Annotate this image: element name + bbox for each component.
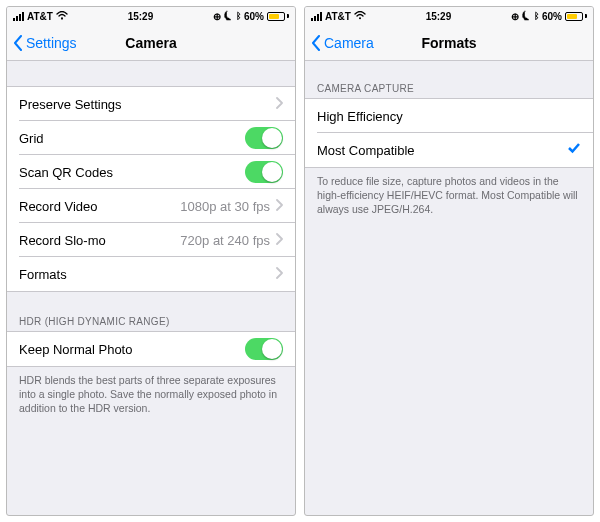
- row-value: 1080p at 30 fps: [180, 199, 270, 214]
- settings-list-main: Preserve Settings Grid Scan QR Codes Rec…: [7, 86, 295, 292]
- chevron-right-icon: [276, 197, 283, 215]
- row-keep-normal-photo[interactable]: Keep Normal Photo: [7, 332, 295, 366]
- checkmark-icon: [567, 141, 581, 159]
- row-label: Keep Normal Photo: [19, 342, 132, 357]
- back-label: Camera: [324, 35, 374, 51]
- settings-list-formats: High Efficiency Most Compatible: [305, 98, 593, 168]
- row-formats[interactable]: Formats: [7, 257, 295, 291]
- settings-list-hdr: Keep Normal Photo: [7, 331, 295, 367]
- carrier-label: AT&T: [27, 11, 53, 22]
- phone-camera-settings: AT&T 15:29 ⊕ ⏾ ᛒ 60% Settings Camera Pre…: [6, 6, 296, 516]
- switch-keep-normal[interactable]: [245, 338, 283, 360]
- status-time: 15:29: [128, 11, 154, 22]
- alarm-icon: ⏾: [522, 11, 531, 21]
- content-scroll[interactable]: CAMERA CAPTURE High Efficiency Most Comp…: [305, 61, 593, 515]
- row-scan-qr[interactable]: Scan QR Codes: [7, 155, 295, 189]
- battery-icon: [267, 12, 289, 21]
- back-label: Settings: [26, 35, 77, 51]
- row-label: Scan QR Codes: [19, 165, 113, 180]
- row-label: Record Slo-mo: [19, 233, 106, 248]
- wifi-icon: [56, 11, 68, 22]
- alarm-icon: ⏾: [224, 11, 233, 21]
- row-record-slomo[interactable]: Record Slo-mo 720p at 240 fps: [7, 223, 295, 257]
- footer-text-hdr: HDR blends the best parts of three separ…: [7, 367, 295, 422]
- chevron-right-icon: [276, 95, 283, 113]
- bluetooth-icon: ᛒ: [236, 11, 241, 21]
- row-label: Grid: [19, 131, 44, 146]
- page-title: Formats: [421, 35, 476, 51]
- row-label: Record Video: [19, 199, 98, 214]
- chevron-left-icon: [311, 35, 321, 51]
- content-scroll[interactable]: Preserve Settings Grid Scan QR Codes Rec…: [7, 61, 295, 515]
- switch-grid[interactable]: [245, 127, 283, 149]
- wifi-icon: [354, 11, 366, 22]
- chevron-right-icon: [276, 231, 283, 249]
- row-label: High Efficiency: [317, 109, 403, 124]
- row-label: Formats: [19, 267, 67, 282]
- row-value: 720p at 240 fps: [180, 233, 270, 248]
- section-header-capture: CAMERA CAPTURE: [305, 61, 593, 98]
- footer-text-formats: To reduce file size, capture photos and …: [305, 168, 593, 223]
- row-preserve-settings[interactable]: Preserve Settings: [7, 87, 295, 121]
- status-bar: AT&T 15:29 ⊕ ⏾ ᛒ 60%: [305, 7, 593, 25]
- signal-icon: [13, 12, 24, 21]
- back-button[interactable]: Camera: [311, 35, 374, 51]
- row-label: Preserve Settings: [19, 97, 122, 112]
- rotation-lock-icon: ⊕: [213, 11, 221, 22]
- row-record-video[interactable]: Record Video 1080p at 30 fps: [7, 189, 295, 223]
- nav-bar: Settings Camera: [7, 25, 295, 61]
- nav-bar: Camera Formats: [305, 25, 593, 61]
- battery-pct: 60%: [542, 11, 562, 22]
- section-header-hdr: HDR (HIGH DYNAMIC RANGE): [7, 292, 295, 331]
- chevron-right-icon: [276, 265, 283, 283]
- row-high-efficiency[interactable]: High Efficiency: [305, 99, 593, 133]
- signal-icon: [311, 12, 322, 21]
- status-time: 15:29: [426, 11, 452, 22]
- phone-formats-settings: AT&T 15:29 ⊕ ⏾ ᛒ 60% Camera Formats CAME…: [304, 6, 594, 516]
- svg-point-0: [61, 17, 63, 19]
- row-grid[interactable]: Grid: [7, 121, 295, 155]
- battery-icon: [565, 12, 587, 21]
- carrier-label: AT&T: [325, 11, 351, 22]
- battery-pct: 60%: [244, 11, 264, 22]
- page-title: Camera: [125, 35, 176, 51]
- chevron-left-icon: [13, 35, 23, 51]
- back-button[interactable]: Settings: [13, 35, 77, 51]
- svg-point-1: [359, 17, 361, 19]
- bluetooth-icon: ᛒ: [534, 11, 539, 21]
- row-label: Most Compatible: [317, 143, 415, 158]
- row-most-compatible[interactable]: Most Compatible: [305, 133, 593, 167]
- switch-scan-qr[interactable]: [245, 161, 283, 183]
- rotation-lock-icon: ⊕: [511, 11, 519, 22]
- status-bar: AT&T 15:29 ⊕ ⏾ ᛒ 60%: [7, 7, 295, 25]
